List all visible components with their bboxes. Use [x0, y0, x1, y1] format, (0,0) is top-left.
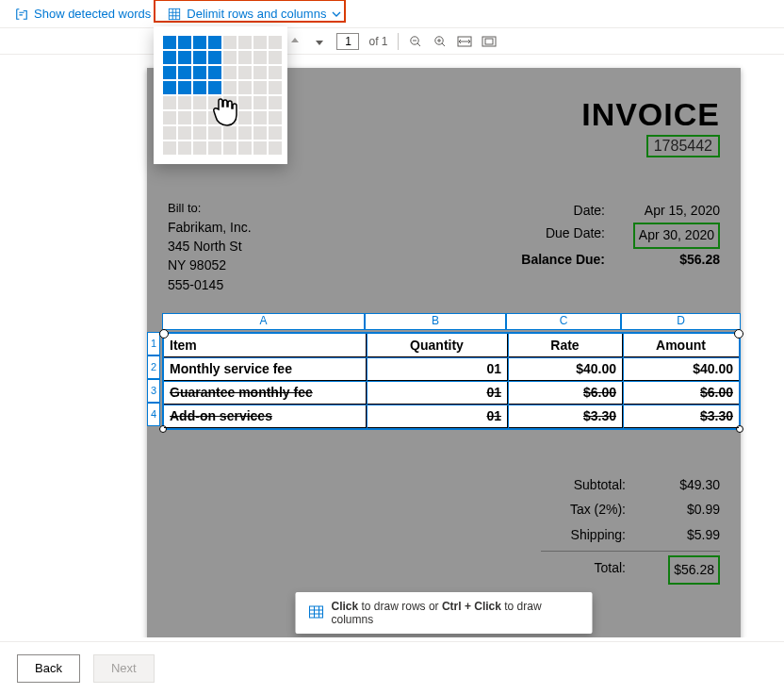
grid-cell[interactable]: [208, 111, 221, 124]
grid-cell[interactable]: [163, 81, 176, 94]
grid-cell[interactable]: [223, 36, 237, 49]
grid-cell[interactable]: [208, 36, 221, 49]
grid-cell[interactable]: [193, 66, 206, 79]
grid-cell[interactable]: [253, 111, 267, 124]
grid-cell[interactable]: [223, 51, 237, 64]
grid-cell[interactable]: [223, 126, 237, 140]
grid-cell[interactable]: [269, 141, 282, 155]
grid-cell[interactable]: [269, 36, 282, 49]
zoom-in-icon[interactable]: [433, 34, 448, 49]
table-row: Item Quantity Rate Amount: [164, 334, 739, 357]
col-header-a[interactable]: A: [162, 313, 365, 330]
cell-qty: 01: [367, 381, 508, 404]
grid-cell[interactable]: [238, 36, 252, 49]
row-header-1[interactable]: 1: [147, 332, 160, 355]
row-header-3[interactable]: 3: [147, 379, 160, 403]
grid-cell[interactable]: [253, 36, 267, 49]
document-viewport[interactable]: INVOICE 1785442 Bill to: Fabrikam, Inc. …: [0, 55, 784, 637]
grid-cell[interactable]: [238, 111, 252, 124]
grid-cell[interactable]: [193, 51, 206, 64]
grid-cell[interactable]: [193, 96, 206, 109]
grid-cell[interactable]: [208, 51, 221, 64]
grid-cell[interactable]: [223, 111, 237, 124]
show-detected-words-button[interactable]: Show detected words: [15, 7, 151, 21]
page-down-icon[interactable]: [312, 34, 327, 49]
subtotal-label: Subtotal:: [541, 472, 626, 498]
grid-cell[interactable]: [208, 81, 221, 94]
grid-cell[interactable]: [253, 66, 267, 79]
bill-phone: 555-0145: [168, 275, 252, 294]
delimit-rows-cols-button[interactable]: Delimit rows and columns: [168, 7, 341, 21]
row-headers[interactable]: 1 2 3 4: [147, 332, 160, 426]
grid-cell[interactable]: [178, 66, 191, 79]
grid-cell[interactable]: [178, 96, 191, 109]
grid-cell[interactable]: [163, 141, 176, 155]
text-over-brackets-icon: [15, 8, 28, 21]
fit-width-icon[interactable]: [457, 34, 472, 49]
grid-cell[interactable]: [238, 66, 252, 79]
grid-cell[interactable]: [223, 141, 237, 155]
col-header-c[interactable]: C: [506, 313, 621, 330]
cell-amount: $40.00: [623, 357, 739, 380]
col-header-b[interactable]: B: [365, 313, 506, 330]
grid-cell[interactable]: [163, 111, 176, 124]
grid-cell[interactable]: [178, 81, 191, 94]
grid-cell[interactable]: [178, 51, 191, 64]
grid-cell[interactable]: [208, 126, 221, 140]
grid-cell[interactable]: [223, 66, 237, 79]
grid-cell[interactable]: [269, 66, 282, 79]
row-header-2[interactable]: 2: [147, 355, 160, 379]
cell-rate: $3.30: [508, 405, 623, 427]
grid-cell[interactable]: [208, 66, 221, 79]
back-button[interactable]: Back: [17, 654, 80, 683]
grid-cell[interactable]: [238, 51, 252, 64]
grid-cell[interactable]: [193, 111, 206, 124]
grid-cell[interactable]: [269, 96, 282, 109]
grid-cell[interactable]: [269, 81, 282, 94]
column-headers[interactable]: A B C D: [162, 313, 756, 330]
grid-cell[interactable]: [193, 81, 206, 94]
grid-cell[interactable]: [253, 81, 267, 94]
col-header-d[interactable]: D: [621, 313, 741, 330]
grid-cell[interactable]: [223, 81, 237, 94]
table-body[interactable]: Item Quantity Rate Amount Monthly servic…: [162, 332, 741, 430]
grid-cell[interactable]: [193, 126, 206, 140]
grid-cell[interactable]: [163, 36, 176, 49]
grid-cell[interactable]: [178, 111, 191, 124]
page-number-input[interactable]: [336, 33, 359, 50]
fit-page-icon[interactable]: [482, 34, 497, 49]
viewer-toolbar: of 1: [0, 28, 784, 55]
grid-cell[interactable]: [163, 66, 176, 79]
grid-cell[interactable]: [208, 96, 221, 109]
grid-cell[interactable]: [253, 126, 267, 140]
grid-cell[interactable]: [193, 36, 206, 49]
grid-cell[interactable]: [163, 96, 176, 109]
grid-size-popover[interactable]: [154, 26, 287, 164]
grid-cell[interactable]: [253, 96, 267, 109]
grid-cell[interactable]: [163, 126, 176, 140]
grid-cell[interactable]: [238, 96, 252, 109]
grid-cell[interactable]: [238, 81, 252, 94]
page-up-icon[interactable]: [287, 34, 302, 49]
tax-label: Tax (2%):: [541, 497, 626, 522]
grid-cell[interactable]: [163, 51, 176, 64]
row-header-4[interactable]: 4: [147, 403, 160, 426]
grid-cell[interactable]: [238, 141, 252, 155]
grid-cell[interactable]: [223, 96, 237, 109]
grid-cell[interactable]: [269, 111, 282, 124]
grid-cell[interactable]: [253, 51, 267, 64]
grid-cell[interactable]: [253, 141, 267, 155]
grid-cell[interactable]: [269, 51, 282, 64]
grid-cell[interactable]: [178, 36, 191, 49]
grid-cell[interactable]: [238, 126, 252, 140]
table-selection[interactable]: A B C D 1 2 3 4 Item Quantity Rate Amoun…: [147, 313, 756, 430]
grid-cell[interactable]: [269, 126, 282, 140]
divider: [398, 33, 399, 50]
zoom-out-icon[interactable]: [408, 34, 423, 49]
grid-size-picker[interactable]: [163, 36, 278, 155]
grid-cell[interactable]: [178, 126, 191, 140]
grid-cell[interactable]: [193, 141, 206, 155]
grid-cell[interactable]: [178, 141, 191, 155]
header-qty: Quantity: [367, 334, 508, 356]
grid-cell[interactable]: [208, 141, 221, 155]
